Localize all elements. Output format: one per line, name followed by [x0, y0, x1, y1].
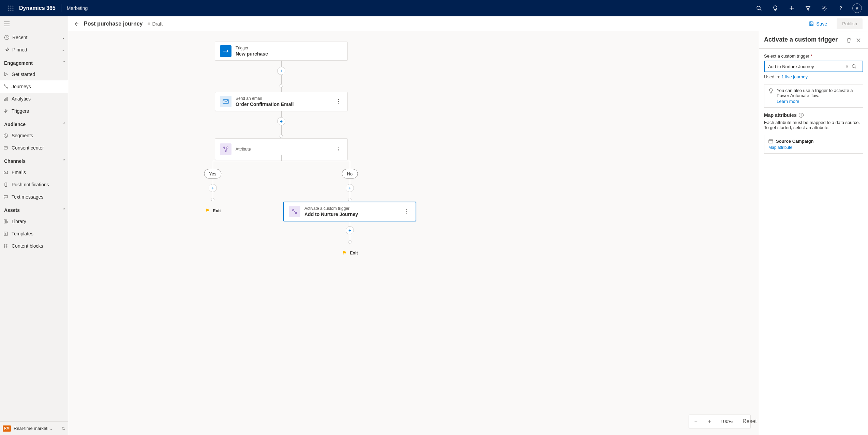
back-button[interactable] — [74, 21, 79, 27]
select-trigger-combo[interactable]: Add to Nurture Journey ✕ — [764, 61, 863, 72]
app-name[interactable]: Marketing — [67, 5, 88, 11]
search-icon — [756, 5, 762, 11]
section-assets[interactable]: Assets ˄ — [0, 203, 68, 215]
delete-node-button[interactable] — [844, 35, 854, 45]
lookup-search-button[interactable] — [852, 64, 861, 69]
nav-text[interactable]: Text messages — [0, 191, 68, 203]
add-step-button[interactable]: + — [209, 184, 217, 192]
section-audience[interactable]: Audience ˄ — [0, 117, 68, 129]
exit-flag-icon: ⚑ — [205, 208, 210, 213]
nav-recent[interactable]: Recent ⌄ — [0, 31, 68, 44]
add-button[interactable] — [783, 0, 800, 16]
section-channels[interactable]: Channels ˄ — [0, 154, 68, 166]
sidebar-toggle[interactable] — [0, 16, 68, 31]
product-name[interactable]: Dynamics 365 — [19, 5, 56, 11]
journey-canvas[interactable]: Trigger New purchase + Send an email Ord… — [68, 31, 759, 435]
svg-point-37 — [6, 245, 8, 246]
trigger-node-icon — [220, 45, 231, 57]
nav-pinned[interactable]: Pinned ⌄ — [0, 44, 68, 56]
map-attribute-link[interactable]: Map attribute — [768, 145, 792, 150]
section-assets-label: Assets — [4, 207, 63, 213]
add-step-button[interactable]: + — [346, 226, 354, 234]
used-in-link[interactable]: 1 live journey — [781, 74, 808, 79]
zoom-in-button[interactable]: + — [703, 415, 716, 428]
hamburger-icon — [4, 21, 10, 26]
nav-get-started[interactable]: Get started — [0, 68, 68, 80]
zoom-reset-button[interactable]: Reset — [737, 415, 750, 428]
node-trigger-type: Trigger — [236, 45, 268, 51]
app-launcher[interactable] — [3, 5, 19, 11]
pin-icon — [4, 47, 12, 52]
search-button[interactable] — [751, 0, 767, 16]
attribute-card[interactable]: Source Campaign Map attribute — [764, 135, 863, 154]
nav-templates[interactable]: Templates — [0, 228, 68, 240]
select-trigger-field: Select a custom trigger * Add to Nurture… — [764, 53, 863, 79]
exit-flag-icon: ⚑ — [342, 250, 347, 255]
node-trigger[interactable]: Trigger New purchase — [215, 42, 348, 61]
nav-emails[interactable]: Emails — [0, 166, 68, 178]
nav-journeys[interactable]: Journeys — [0, 80, 68, 93]
help-button[interactable] — [833, 0, 849, 16]
save-button[interactable]: Save — [809, 21, 827, 27]
node-more-button[interactable]: ⋮ — [403, 207, 411, 216]
nav-recent-label: Recent — [12, 35, 62, 40]
nav-content-blocks[interactable]: Content blocks — [0, 240, 68, 252]
zoom-controls: − + 100% Reset — [689, 415, 751, 428]
insights-button[interactable] — [767, 0, 783, 16]
nav-text-label: Text messages — [12, 194, 65, 200]
filter-button[interactable] — [800, 0, 816, 16]
node-custom-trigger[interactable]: Activate a custom trigger Add to Nurture… — [283, 202, 416, 221]
section-channels-label: Channels — [4, 158, 63, 164]
left-sidebar: Recent ⌄ Pinned ⌄ Engagement ˄ Get start… — [0, 16, 68, 435]
nav-push[interactable]: Push notifications — [0, 178, 68, 191]
map-attributes-title: Map attributes i — [764, 112, 863, 118]
svg-point-29 — [5, 186, 6, 186]
nav-analytics[interactable]: Analytics — [0, 93, 68, 105]
section-engagement-label: Engagement — [4, 60, 63, 66]
nav-emails-label: Emails — [12, 170, 65, 175]
clear-selection-button[interactable]: ✕ — [842, 64, 852, 69]
zoom-out-button[interactable]: − — [689, 415, 703, 428]
panel-title: Activate a custom trigger — [764, 35, 844, 44]
nav-triggers[interactable]: Triggers — [0, 105, 68, 117]
node-more-button[interactable]: ⋮ — [334, 97, 343, 106]
email-icon — [3, 170, 12, 175]
updown-icon: ⇅ — [62, 426, 65, 431]
svg-point-1 — [11, 6, 12, 7]
svg-point-39 — [6, 247, 8, 248]
record-status: Draft — [148, 21, 163, 27]
settings-button[interactable] — [816, 0, 833, 16]
svg-point-5 — [13, 8, 14, 9]
chevron-up-icon: ˄ — [63, 61, 65, 65]
add-step-button[interactable]: + — [346, 184, 354, 192]
add-step-button[interactable]: + — [277, 117, 285, 125]
email-node-icon — [220, 96, 231, 107]
area-switcher[interactable]: RM Real-time marketi... ⇅ — [0, 421, 68, 435]
close-panel-button[interactable] — [854, 35, 863, 45]
node-more-button[interactable]: ⋮ — [334, 145, 343, 153]
info-icon[interactable]: i — [799, 113, 804, 118]
section-engagement[interactable]: Engagement ˄ — [0, 56, 68, 68]
lightbulb-icon — [773, 5, 778, 11]
breadcrumb-title[interactable]: Post purchase journey — [84, 21, 143, 27]
segments-icon — [3, 133, 12, 138]
used-in-text: Used in: 1 live journey — [764, 74, 863, 79]
connector-dot — [348, 240, 351, 244]
publish-button[interactable]: Publish — [837, 18, 863, 29]
account-button[interactable]: # — [849, 0, 865, 16]
learn-more-link[interactable]: Learn more — [777, 99, 859, 104]
global-topbar: Dynamics 365 Marketing # — [0, 0, 868, 16]
svg-line-10 — [760, 9, 761, 11]
node-custom-name: Add to Nurture Journey — [304, 211, 358, 217]
nav-consent[interactable]: Consent center — [0, 142, 68, 154]
nav-library[interactable]: Library — [0, 215, 68, 228]
add-step-button[interactable]: + — [277, 67, 285, 75]
branch-yes[interactable]: Yes — [204, 169, 221, 178]
branch-no[interactable]: No — [342, 169, 358, 178]
node-email[interactable]: Send an email Order Confirmation Email ⋮ — [215, 92, 348, 111]
svg-rect-23 — [5, 98, 6, 100]
nav-content-blocks-label: Content blocks — [12, 243, 65, 249]
chevron-down-icon: ⌄ — [62, 47, 65, 52]
help-icon — [838, 5, 843, 11]
nav-segments[interactable]: Segments — [0, 129, 68, 142]
